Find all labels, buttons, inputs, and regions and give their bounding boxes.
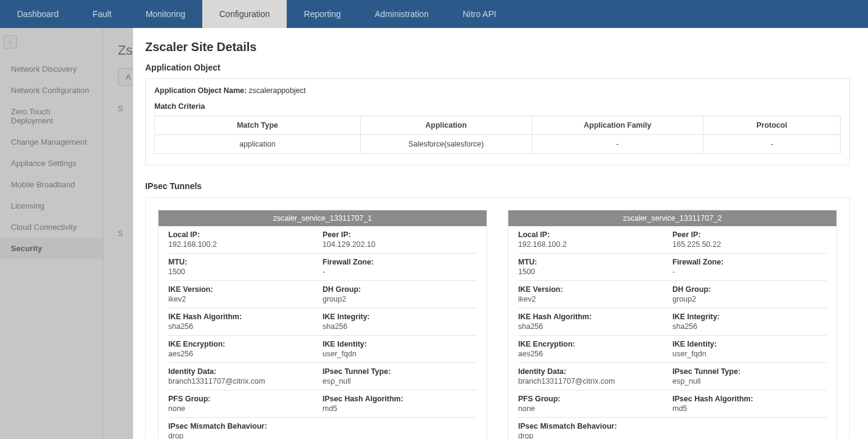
tunnel-kv-cell: Local IP:192.168.100.2	[518, 230, 672, 249]
tunnel-kv-label: IPsec Mismatch Behaviour:	[518, 422, 827, 430]
tunnel-kv-cell: IKE Integrity:sha256	[672, 313, 827, 331]
tunnel-header: zscaler_service_13311707_2	[508, 210, 836, 226]
tunnel-kv-label: IKE Encryption:	[168, 340, 323, 348]
match-header-family: Application Family	[531, 116, 703, 135]
tunnel-kv-label: Peer IP:	[672, 230, 827, 239]
tunnel-kv-label: IKE Integrity:	[323, 313, 477, 321]
modal-title: Zscaler Site Details	[145, 36, 850, 63]
tunnel-kv-value: 192.168.100.2	[518, 240, 672, 249]
tunnel-kv-value: -	[672, 268, 827, 276]
tunnel-kv-row: IPsec Mismatch Behaviour:drop	[168, 418, 477, 439]
tunnel-kv-cell: IKE Encryption:aes256	[518, 340, 672, 358]
tunnel-kv-label: IPsec Tunnel Type:	[672, 367, 827, 376]
top-nav-administration[interactable]: Administration	[358, 0, 446, 28]
tunnel-kv-row: Identity Data:branch13311707@citrix.comI…	[518, 363, 827, 390]
tunnel-kv-row: IKE Version:ikev2DH Group:group2	[518, 281, 827, 308]
tunnel-kv-cell: DH Group:group2	[323, 285, 477, 303]
top-nav-configuration[interactable]: Configuration	[202, 0, 287, 28]
tunnel-kv-cell: PFS Group:none	[168, 395, 323, 413]
tunnel-kv-value: 1500	[518, 268, 672, 276]
tunnel-kv-value: sha256	[672, 322, 827, 331]
tunnel-card: zscaler_service_13311707_1Local IP:192.1…	[158, 210, 487, 439]
top-nav-dashboard[interactable]: Dashboard	[0, 0, 76, 28]
tunnel-kv-row: Local IP:192.168.100.2Peer IP:104.129.20…	[168, 226, 477, 254]
tunnel-kv-value: esp_null	[323, 377, 477, 385]
tunnel-kv-cell: Identity Data:branch13311707@citrix.com	[518, 367, 672, 385]
tunnel-kv-row: PFS Group:noneIPsec Hash Algorithm:md5	[168, 390, 477, 418]
tunnel-kv-value: 104.129.202.10	[323, 240, 477, 249]
tunnel-kv-value: -	[323, 268, 477, 276]
tunnel-kv-value: user_fqdn	[672, 350, 827, 358]
tunnel-kv-value: aes256	[168, 350, 323, 358]
tunnel-kv-cell: PFS Group:none	[518, 395, 672, 413]
match-header-application: Application	[360, 116, 531, 135]
tunnel-kv-cell: IKE Hash Algorithm:sha256	[518, 313, 672, 331]
tunnel-kv-cell: IPsec Mismatch Behaviour:drop	[168, 422, 477, 439]
tunnel-kv-value: md5	[672, 404, 827, 413]
tunnel-kv-value: group2	[672, 295, 827, 303]
tunnel-kv-label: MTU:	[518, 258, 672, 266]
tunnel-kv-row: PFS Group:noneIPsec Hash Algorithm:md5	[518, 390, 827, 418]
app-object-name-value: zscalerappobject	[249, 86, 306, 95]
match-cell-type: application	[155, 135, 361, 154]
top-nav-nitro-api[interactable]: Nitro API	[446, 0, 513, 28]
tunnel-body: Local IP:192.168.100.2Peer IP:104.129.20…	[159, 226, 487, 439]
tunnel-kv-cell: IKE Integrity:sha256	[323, 313, 477, 331]
tunnel-kv-cell: MTU:1500	[518, 258, 672, 276]
tunnel-kv-value: aes256	[518, 350, 672, 358]
tunnel-kv-label: Firewall Zone:	[323, 258, 477, 266]
tunnel-kv-cell: IPsec Tunnel Type:esp_null	[323, 367, 477, 385]
tunnel-kv-row: IKE Encryption:aes256IKE Identity:user_f…	[518, 336, 827, 363]
match-cell-application: Salesforce(salesforce)	[360, 135, 531, 154]
tunnel-kv-label: MTU:	[168, 258, 323, 266]
tunnel-kv-cell: Peer IP:165.225.50.22	[672, 230, 827, 249]
tunnel-kv-label: IKE Encryption:	[518, 340, 672, 348]
tunnel-kv-row: Identity Data:branch13311707@citrix.comI…	[168, 363, 477, 390]
tunnel-kv-row: Local IP:192.168.100.2Peer IP:165.225.50…	[518, 226, 827, 254]
tunnel-kv-label: Identity Data:	[168, 367, 323, 376]
tunnel-kv-value: user_fqdn	[323, 350, 477, 358]
tunnel-kv-label: IKE Version:	[518, 285, 672, 294]
tunnel-kv-value: 1500	[168, 268, 323, 276]
tunnel-kv-label: IPsec Hash Algorithm:	[323, 395, 477, 403]
tunnel-kv-cell: MTU:1500	[168, 258, 323, 276]
tunnel-kv-value: group2	[323, 295, 477, 303]
top-nav-fault[interactable]: Fault	[76, 0, 129, 28]
top-nav-reporting[interactable]: Reporting	[287, 0, 358, 28]
tunnel-kv-value: branch13311707@citrix.com	[168, 377, 323, 385]
tunnel-kv-label: DH Group:	[672, 285, 827, 294]
tunnel-kv-label: DH Group:	[323, 285, 477, 294]
tunnel-kv-cell: IKE Encryption:aes256	[168, 340, 323, 358]
tunnel-kv-cell: IKE Identity:user_fqdn	[323, 340, 477, 358]
table-row: application Salesforce(salesforce) - -	[155, 135, 841, 154]
tunnel-kv-value: drop	[518, 432, 827, 439]
tunnel-kv-cell: Firewall Zone:-	[672, 258, 827, 276]
tunnel-kv-cell: IKE Hash Algorithm:sha256	[168, 313, 323, 331]
tunnel-kv-label: IKE Version:	[168, 285, 323, 294]
top-nav-monitoring[interactable]: Monitoring	[129, 0, 202, 28]
tunnel-kv-value: ikev2	[168, 295, 323, 303]
tunnel-kv-row: MTU:1500Firewall Zone:-	[168, 254, 477, 281]
tunnel-kv-label: IPsec Hash Algorithm:	[672, 395, 827, 403]
tunnel-kv-row: IKE Encryption:aes256IKE Identity:user_f…	[168, 336, 477, 363]
tunnel-kv-value: none	[168, 404, 323, 413]
tunnel-body: Local IP:192.168.100.2Peer IP:165.225.50…	[508, 226, 836, 439]
app-object-section-title: Application Object	[145, 63, 850, 72]
tunnel-card: zscaler_service_13311707_2Local IP:192.1…	[508, 210, 837, 439]
tunnel-kv-label: IKE Hash Algorithm:	[518, 313, 672, 321]
tunnel-kv-label: PFS Group:	[518, 395, 672, 403]
tunnel-kv-cell: IPsec Tunnel Type:esp_null	[672, 367, 827, 385]
tunnel-kv-row: IPsec Mismatch Behaviour:drop	[518, 418, 827, 439]
match-cell-protocol: -	[703, 135, 841, 154]
tunnel-kv-value: 192.168.100.2	[168, 240, 323, 249]
match-criteria-title: Match Criteria	[154, 102, 841, 111]
tunnel-kv-value: ikev2	[518, 295, 672, 303]
tunnel-kv-label: IKE Hash Algorithm:	[168, 313, 323, 321]
tunnel-kv-label: IKE Integrity:	[672, 313, 827, 321]
tunnel-kv-label: Identity Data:	[518, 367, 672, 376]
tunnel-kv-row: MTU:1500Firewall Zone:-	[518, 254, 827, 281]
tunnel-kv-value: sha256	[518, 322, 672, 331]
tunnel-kv-value: esp_null	[672, 377, 827, 385]
tunnel-kv-label: IKE Identity:	[672, 340, 827, 348]
match-cell-family: -	[531, 135, 703, 154]
